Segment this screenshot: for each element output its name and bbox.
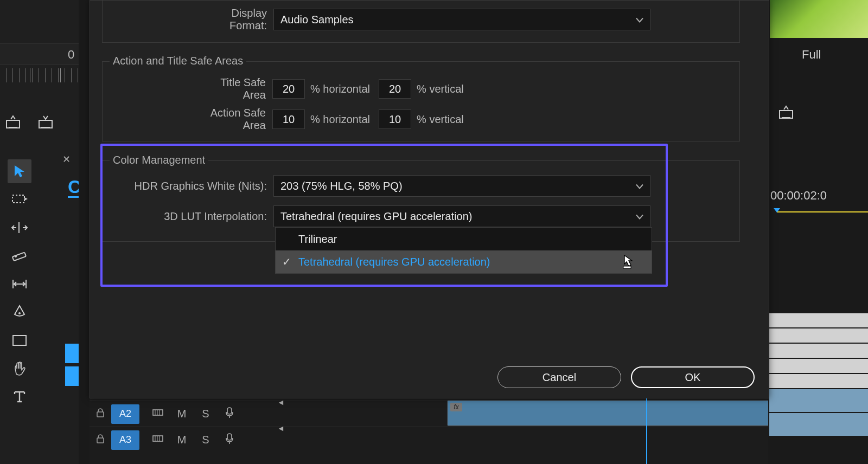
lut-interp-row: 3D LUT Interpolation: Tetrahedral (requi… <box>155 205 650 227</box>
lut-interp-label: 3D LUT Interpolation: <box>155 210 273 223</box>
track-label[interactable]: A2 <box>111 404 139 424</box>
svg-rect-12 <box>97 412 104 417</box>
display-format-label: Display Format: <box>192 7 273 32</box>
svg-rect-4 <box>12 195 24 203</box>
display-format-select[interactable]: Audio Samples <box>273 9 650 30</box>
timecode-fragment: 0 <box>68 48 74 62</box>
display-format-row: Display Format: Audio Samples <box>192 7 650 32</box>
color-management-group-label: Color Management <box>110 154 208 166</box>
action-safe-label: Action Safe Area <box>187 107 272 132</box>
insert-icon[interactable] <box>38 115 54 129</box>
action-safe-v-input[interactable]: 10 <box>379 109 411 129</box>
svg-rect-17 <box>227 408 232 414</box>
audio-track-thumb[interactable] <box>769 389 868 413</box>
sequence-settings-dialog: Display Format: Audio Samples Action and… <box>90 0 769 398</box>
solo-toggle[interactable]: S <box>194 408 218 420</box>
chevron-down-icon <box>636 14 643 26</box>
keyframe-nav-icon[interactable]: ◄ <box>277 424 285 433</box>
type-tool[interactable] <box>8 385 31 409</box>
ok-button[interactable]: OK <box>631 366 755 388</box>
svg-rect-18 <box>97 438 104 443</box>
export-frame-icon[interactable] <box>5 115 22 129</box>
pct-h-label: % horizontal <box>305 113 379 126</box>
panel-tab-edge[interactable]: C <box>68 176 79 198</box>
title-safe-h-input[interactable]: 20 <box>272 79 305 99</box>
svg-rect-13 <box>153 410 163 415</box>
svg-rect-0 <box>7 120 20 128</box>
sync-lock-icon[interactable] <box>146 408 170 420</box>
razor-tool[interactable] <box>8 244 31 268</box>
sync-lock-icon[interactable] <box>146 434 170 446</box>
keyframe-nav-icon[interactable]: ◄ <box>277 398 285 407</box>
voiceover-icon[interactable] <box>218 407 241 421</box>
playback-quality-label[interactable]: Full <box>802 48 821 62</box>
track-select-tool[interactable] <box>8 188 31 211</box>
slip-tool[interactable] <box>8 272 31 296</box>
clip-thumb-a[interactable] <box>65 344 79 363</box>
ruler-ticks <box>0 68 79 82</box>
pct-h-label: % horizontal <box>305 83 379 95</box>
svg-point-10 <box>18 312 21 314</box>
video-track-thumb[interactable] <box>769 313 868 328</box>
time-ruler-bg <box>0 43 79 65</box>
audio-clip[interactable]: fx <box>448 401 773 426</box>
clip-thumb-b[interactable] <box>65 366 79 386</box>
video-track-thumb[interactable] <box>769 344 868 359</box>
mute-toggle[interactable]: M <box>170 408 194 420</box>
pct-v-label: % vertical <box>411 113 473 126</box>
tool-strip <box>8 159 34 409</box>
svg-rect-19 <box>153 436 163 441</box>
timeline-panel: A2 M S ◄ A3 M S ◄ fx <box>90 393 773 464</box>
lut-option-label: Tetrahedral (requires GPU acceleration) <box>298 256 490 268</box>
close-panel-icon[interactable]: ✕ <box>62 153 71 165</box>
out-timecode-fragment: 00:00:02:0 <box>770 189 827 203</box>
svg-rect-2 <box>39 120 52 128</box>
svg-rect-1 <box>9 127 17 128</box>
safe-areas-group-label: Action and Title Safe Areas <box>110 55 246 67</box>
svg-rect-24 <box>780 111 793 118</box>
action-safe-h-input[interactable]: 10 <box>272 109 305 129</box>
video-track-thumb[interactable] <box>769 359 868 374</box>
chevron-down-icon <box>636 210 643 223</box>
check-icon: ✓ <box>282 255 291 268</box>
pen-tool[interactable] <box>8 300 31 324</box>
selection-tool[interactable] <box>8 159 31 183</box>
chevron-down-icon <box>636 180 643 192</box>
svg-rect-3 <box>41 127 50 128</box>
program-monitor-frame <box>770 0 868 38</box>
lock-icon[interactable] <box>90 433 111 447</box>
video-track-thumb[interactable] <box>769 328 868 344</box>
lut-interp-dropdown[interactable]: Trilinear ✓ Tetrahedral (requires GPU ac… <box>275 227 652 274</box>
lut-option-trilinear[interactable]: Trilinear <box>276 228 652 250</box>
right-track-stack <box>769 313 868 437</box>
video-track-thumb[interactable] <box>769 374 868 389</box>
svg-rect-6 <box>12 252 26 261</box>
mute-toggle[interactable]: M <box>170 434 194 446</box>
svg-rect-23 <box>227 434 232 440</box>
title-safe-v-input[interactable]: 20 <box>379 79 411 99</box>
fx-badge: fx <box>450 403 462 411</box>
lut-interp-select[interactable]: Tetrahedral (requires GPU acceleration) <box>273 205 650 227</box>
solo-toggle[interactable]: S <box>194 434 218 446</box>
audio-track-row[interactable]: A3 M S ◄ <box>90 427 773 453</box>
audio-track-thumb[interactable] <box>769 413 868 437</box>
rectangle-tool[interactable] <box>8 328 31 352</box>
hand-tool[interactable] <box>8 357 31 381</box>
pct-v-label: % vertical <box>411 83 473 95</box>
playhead[interactable] <box>646 393 647 464</box>
title-safe-row: Title Safe Area 20 % horizontal 20 % ver… <box>196 76 473 101</box>
lock-icon[interactable] <box>90 407 111 421</box>
hdr-white-select[interactable]: 203 (75% HLG, 58% PQ) <box>273 175 650 197</box>
ripple-edit-tool[interactable] <box>8 216 31 240</box>
lut-option-tetrahedral[interactable]: ✓ Tetrahedral (requires GPU acceleration… <box>276 250 652 273</box>
cancel-button[interactable]: Cancel <box>497 366 621 388</box>
display-format-value: Audio Samples <box>280 14 354 26</box>
title-safe-label: Title Safe Area <box>196 76 272 101</box>
export-frame-icon[interactable] <box>778 105 795 122</box>
svg-rect-11 <box>13 336 26 345</box>
svg-rect-25 <box>782 117 790 119</box>
voiceover-icon[interactable] <box>218 433 241 447</box>
mini-playhead[interactable] <box>777 211 868 212</box>
track-label[interactable]: A3 <box>111 430 139 450</box>
hdr-white-label: HDR Graphics White (Nits): <box>133 180 273 192</box>
